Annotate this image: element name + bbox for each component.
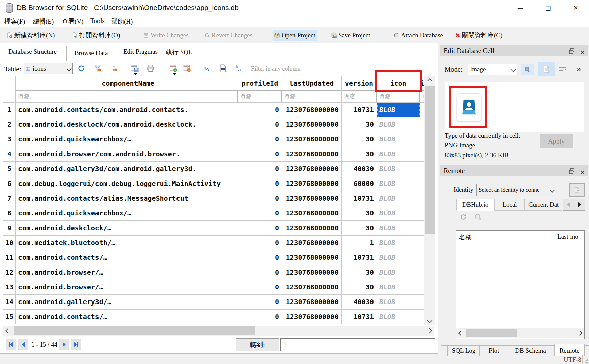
- cell-lastUpdated[interactable]: 1230768000000: [282, 221, 342, 236]
- goto-button[interactable]: 轉到:: [236, 338, 279, 351]
- cell-partial[interactable]: [420, 265, 424, 280]
- cell-version[interactable]: 40030: [342, 295, 377, 310]
- cell-version[interactable]: 30: [342, 280, 377, 295]
- cell-componentName[interactable]: com.android.contacts/alias.MessageShortc…: [16, 191, 238, 206]
- scroll-left-button[interactable]: [456, 328, 465, 338]
- cell-profileId[interactable]: 0: [238, 206, 282, 221]
- cell-version[interactable]: 30: [342, 117, 377, 132]
- scroll-up-button[interactable]: [424, 76, 435, 85]
- cell-componentName[interactable]: com.android.quicksearchbox/…: [16, 206, 238, 221]
- cell-version[interactable]: 1: [342, 236, 377, 250]
- cell-icon-blob[interactable]: BLOB: [377, 250, 420, 265]
- cell-componentName[interactable]: com.debug.loggerui/com.debug.loggerui.Ma…: [16, 176, 238, 191]
- new-database-button[interactable]: 新建資料庫(N): [5, 30, 56, 41]
- dock-tab-sql-log[interactable]: SQL Log: [447, 345, 480, 356]
- cell-icon-blob[interactable]: BLOB: [377, 221, 420, 236]
- tab-database-structure[interactable]: Database Structure: [8, 48, 57, 55]
- cell-componentName[interactable]: com.android.gallery3d/…: [16, 295, 238, 310]
- scroll-left-button[interactable]: [3, 326, 12, 336]
- filter-input-partial[interactable]: [420, 90, 424, 102]
- cell-icon-blob[interactable]: BLOB: [377, 147, 420, 162]
- close-database-button[interactable]: 關閉資料庫(C): [454, 30, 504, 41]
- grid-horizontal-scrollbar[interactable]: [3, 326, 434, 336]
- cell-partial[interactable]: [420, 250, 424, 265]
- cell-lastUpdated[interactable]: 1230768000000: [282, 176, 342, 191]
- cell-componentName[interactable]: com.android.browser/com.android.browser.: [16, 147, 238, 162]
- cell-lastUpdated[interactable]: 1230768000000: [282, 310, 342, 324]
- row-number-cell[interactable]: 13: [3, 280, 16, 295]
- cell-version[interactable]: 40030: [342, 162, 377, 176]
- cell-lastUpdated[interactable]: 1230768000000: [282, 191, 342, 206]
- column-header-lastUpdated[interactable]: lastUpdated: [282, 76, 342, 90]
- filter-input-componentName[interactable]: [16, 90, 238, 102]
- dock-tab-db-schema[interactable]: DB Schema: [508, 345, 553, 356]
- table-row[interactable]: 2 com.android.deskclock/com.android.desk…: [3, 117, 424, 132]
- cell-version[interactable]: 10731: [342, 191, 377, 206]
- cell-lastUpdated[interactable]: 1230768000000: [282, 280, 342, 295]
- cell-lastUpdated[interactable]: 1230768000000: [282, 162, 342, 176]
- last-page-button[interactable]: [71, 339, 81, 350]
- word-wrap-icon[interactable]: [558, 66, 566, 72]
- cell-componentName[interactable]: com.android.contacts/com.android.contact…: [16, 103, 238, 117]
- write-changes-button[interactable]: Write Changes: [142, 30, 190, 41]
- cell-partial[interactable]: [420, 310, 424, 324]
- row-number-cell[interactable]: 4: [3, 147, 16, 162]
- row-number-cell[interactable]: 9: [3, 221, 16, 236]
- cell-profileId[interactable]: 0: [238, 250, 282, 265]
- refresh-table-button[interactable]: [76, 63, 87, 74]
- auto-mode-button[interactable]: [521, 64, 534, 75]
- cell-version[interactable]: 60000: [342, 176, 377, 191]
- cell-version[interactable]: 30: [342, 221, 377, 236]
- tab-scroll-right-button[interactable]: [574, 199, 585, 211]
- cell-profileId[interactable]: 0: [238, 147, 282, 162]
- cell-componentName[interactable]: com.android.deskclock/com.android.deskcl…: [16, 117, 238, 132]
- cell-lastUpdated[interactable]: 1230768000000: [282, 103, 342, 117]
- filter-input-version[interactable]: [342, 90, 377, 102]
- clear-sorting-button[interactable]: [109, 63, 120, 74]
- save-table-view-button[interactable]: [129, 63, 140, 74]
- cell-componentName[interactable]: com.android.contacts/…: [16, 250, 238, 265]
- cell-profileId[interactable]: 0: [238, 236, 282, 250]
- scroll-right-button[interactable]: [425, 326, 434, 336]
- maximize-button[interactable]: □: [538, 0, 558, 15]
- open-database-button[interactable]: 打開資料庫(O): [70, 30, 121, 41]
- float-panel-icon[interactable]: [568, 48, 575, 54]
- tab-edit-pragmas[interactable]: Edit Pragmas: [123, 48, 158, 55]
- minimize-button[interactable]: —: [511, 0, 530, 15]
- cell-icon-blob[interactable]: BLOB: [377, 265, 420, 280]
- table-row[interactable]: 1 com.android.contacts/com.android.conta…: [3, 103, 424, 117]
- cell-icon-blob[interactable]: BLOB: [377, 236, 420, 250]
- cell-version[interactable]: 10731: [342, 250, 377, 265]
- cell-lastUpdated[interactable]: 1230768000000: [282, 236, 342, 250]
- identity-combobox[interactable]: Select an identity to conne: [476, 184, 556, 196]
- cell-profileId[interactable]: 0: [238, 117, 282, 132]
- table-row[interactable]: 14 com.android.gallery3d/… 0 12307680000…: [3, 295, 424, 310]
- cell-lastUpdated[interactable]: 1230768000000: [282, 250, 342, 265]
- row-number-cell[interactable]: 2: [3, 117, 16, 132]
- table-row[interactable]: 15 com.android.contacts/… 0 123076800000…: [3, 310, 424, 324]
- cell-profileId[interactable]: 0: [238, 280, 282, 295]
- horizontal-scrollbar-thumb[interactable]: [14, 326, 255, 335]
- remote-refresh-button[interactable]: [460, 213, 467, 221]
- remote-tab-current-database[interactable]: Current Dat: [525, 199, 562, 211]
- cell-version[interactable]: 30: [342, 132, 377, 147]
- cell-version[interactable]: 10731: [342, 310, 377, 324]
- vertical-scrollbar-thumb[interactable]: [425, 86, 435, 234]
- menu-item-edit[interactable]: 編輯(E): [33, 17, 54, 26]
- tab-scroll-left-button[interactable]: [563, 199, 574, 211]
- cell-partial[interactable]: [420, 103, 424, 117]
- mode-combobox[interactable]: Image: [468, 64, 517, 75]
- cell-partial[interactable]: [420, 295, 424, 310]
- cell-icon-blob[interactable]: BLOB: [377, 280, 420, 295]
- cell-lastUpdated[interactable]: 1230768000000: [282, 295, 342, 310]
- table-row[interactable]: 13 com.android.browser/… 0 1230768000000…: [3, 280, 424, 295]
- cell-icon-blob[interactable]: BLOB: [377, 295, 420, 310]
- cell-componentName[interactable]: com.android.browser/…: [16, 265, 238, 280]
- cell-version[interactable]: 30: [342, 147, 377, 162]
- cell-componentName[interactable]: com.mediatek.bluetooth/…: [16, 236, 238, 250]
- cell-version[interactable]: 30: [342, 265, 377, 280]
- table-row[interactable]: 4 com.android.browser/com.android.browse…: [3, 147, 424, 162]
- close-button[interactable]: ✕: [566, 0, 585, 15]
- cell-profileId[interactable]: 0: [238, 162, 282, 176]
- row-number-cell[interactable]: 6: [3, 176, 16, 191]
